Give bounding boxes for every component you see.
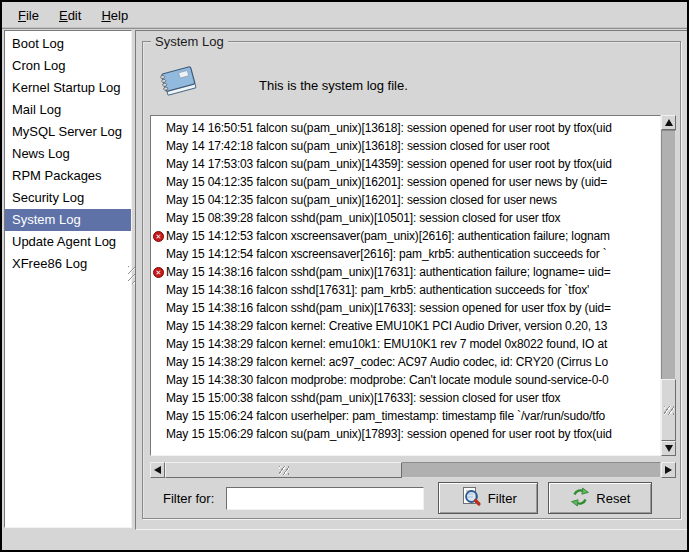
scroll-left-button[interactable] xyxy=(150,462,165,478)
filter-label: Filter for: xyxy=(163,491,214,506)
log-text: May 15 08:39:28 falcon sshd(pam_unix)[10… xyxy=(166,211,560,225)
sidebar-item-news-log[interactable]: News Log xyxy=(5,143,131,165)
log-text: May 15 15:06:24 falcon userhelper: pam_t… xyxy=(166,409,605,423)
log-text: May 15 14:38:16 falcon sshd(pam_unix)[17… xyxy=(166,265,611,279)
frame-title: System Log xyxy=(151,34,228,49)
system-log-viewer-window: File Edit Help Boot LogCron LogKernel St… xyxy=(0,0,689,552)
pane-resize-grip[interactable] xyxy=(128,266,135,284)
menu-edit[interactable]: Edit xyxy=(49,4,91,27)
sidebar-item-cron-log[interactable]: Cron Log xyxy=(5,55,131,77)
vertical-scrollbar-thumb[interactable] xyxy=(661,379,676,441)
log-row[interactable]: ✕May 15 14:38:29 falcon kernel: emu10k1:… xyxy=(151,335,660,353)
sidebar-item-xfree86-log[interactable]: XFree86 Log xyxy=(5,253,131,275)
arrow-left-icon xyxy=(154,466,161,474)
log-text: May 15 14:38:16 falcon sshd(pam_unix)[17… xyxy=(166,301,611,315)
log-row[interactable]: ✕May 15 08:39:28 falcon sshd(pam_unix)[1… xyxy=(151,209,660,227)
vertical-scrollbar[interactable] xyxy=(661,115,676,456)
log-row[interactable]: ✕May 15 15:00:38 falcon sshd(pam_unix)[1… xyxy=(151,389,660,407)
log-description: This is the system log file. xyxy=(259,78,408,93)
log-row[interactable]: ✕May 15 14:38:30 falcon modprobe: modpro… xyxy=(151,371,660,389)
sidebar-item-mail-log[interactable]: Mail Log xyxy=(5,99,131,121)
log-row[interactable]: ✕May 15 04:12:35 falcon su(pam_unix)[162… xyxy=(151,191,660,209)
log-text: May 15 14:12:54 falcon xscreensaver[2616… xyxy=(166,247,607,261)
log-text: May 14 17:53:03 falcon su(pam_unix)[1435… xyxy=(166,157,612,171)
log-list-area: ✕May 14 16:50:51 falcon su(pam_unix)[136… xyxy=(150,115,676,456)
log-row[interactable]: ✕May 14 17:53:03 falcon su(pam_unix)[143… xyxy=(151,155,660,173)
log-row[interactable]: ✕May 15 14:38:16 falcon sshd(pam_unix)[1… xyxy=(151,263,660,281)
error-icon: ✕ xyxy=(153,267,164,278)
log-text: May 15 04:12:35 falcon su(pam_unix)[1620… xyxy=(166,175,607,189)
sidebar-item-system-log[interactable]: System Log xyxy=(5,209,131,231)
log-text: May 14 17:42:18 falcon su(pam_unix)[1361… xyxy=(166,139,549,153)
thumb-grip-icon xyxy=(664,406,674,415)
log-book-icon xyxy=(157,60,201,104)
search-icon xyxy=(460,486,482,511)
reset-button-label: Reset xyxy=(596,491,630,506)
filter-input[interactable] xyxy=(226,487,424,510)
horizontal-scrollbar[interactable] xyxy=(150,462,676,478)
log-text: May 15 14:38:29 falcon kernel: emu10k1: … xyxy=(166,337,607,351)
system-log-frame: System Log Thi xyxy=(142,41,681,519)
arrow-down-icon xyxy=(665,445,673,452)
sidebar-item-update-agent-log[interactable]: Update Agent Log xyxy=(5,231,131,253)
log-row[interactable]: ✕May 15 14:12:53 falcon xscreensaver(pam… xyxy=(151,227,660,245)
log-row[interactable]: ✕May 15 14:38:29 falcon kernel: Creative… xyxy=(151,317,660,335)
log-text: May 15 14:38:29 falcon kernel: Creative … xyxy=(166,319,607,333)
sidebar-item-security-log[interactable]: Security Log xyxy=(5,187,131,209)
log-text: May 15 15:06:29 falcon su(pam_unix)[1789… xyxy=(166,427,612,441)
log-row[interactable]: ✕May 15 04:12:35 falcon su(pam_unix)[162… xyxy=(151,173,660,191)
horizontal-scrollbar-thumb[interactable] xyxy=(165,462,402,478)
log-row[interactable]: ✕May 15 15:06:24 falcon userhelper: pam_… xyxy=(151,407,660,425)
log-row[interactable]: ✕May 15 15:06:29 falcon su(pam_unix)[178… xyxy=(151,425,660,443)
scroll-up-button[interactable] xyxy=(661,115,676,130)
error-icon: ✕ xyxy=(153,231,164,242)
sidebar-item-boot-log[interactable]: Boot Log xyxy=(5,33,131,55)
log-row[interactable]: ✕May 14 16:50:51 falcon su(pam_unix)[136… xyxy=(151,119,660,137)
sidebar-item-mysql-server-log[interactable]: MySQL Server Log xyxy=(5,121,131,143)
log-list: ✕May 14 16:50:51 falcon su(pam_unix)[136… xyxy=(150,115,661,456)
menu-file[interactable]: File xyxy=(8,4,49,27)
scroll-right-button[interactable] xyxy=(661,462,676,478)
arrow-right-icon xyxy=(665,466,672,474)
log-type-sidebar: Boot LogCron LogKernel Startup LogMail L… xyxy=(4,30,132,528)
scroll-down-button[interactable] xyxy=(661,441,676,456)
log-text: May 14 16:50:51 falcon su(pam_unix)[1361… xyxy=(166,121,612,135)
log-text: May 15 04:12:35 falcon su(pam_unix)[1620… xyxy=(166,193,557,207)
filter-button-label: Filter xyxy=(488,491,517,506)
arrow-up-icon xyxy=(665,119,673,126)
log-text: May 15 14:38:16 falcon sshd[17631]: pam_… xyxy=(166,283,589,297)
sidebar-item-rpm-packages[interactable]: RPM Packages xyxy=(5,165,131,187)
filter-button[interactable]: Filter xyxy=(438,482,538,514)
log-row[interactable]: ✕May 14 17:42:18 falcon su(pam_unix)[136… xyxy=(151,137,660,155)
thumb-grip-icon xyxy=(279,466,289,475)
sidebar-item-kernel-startup-log[interactable]: Kernel Startup Log xyxy=(5,77,131,99)
log-row[interactable]: ✕May 15 14:38:16 falcon sshd[17631]: pam… xyxy=(151,281,660,299)
log-row[interactable]: ✕May 15 14:38:16 falcon sshd(pam_unix)[1… xyxy=(151,299,660,317)
menu-help[interactable]: Help xyxy=(91,4,138,27)
log-row[interactable]: ✕May 15 14:12:54 falcon xscreensaver[261… xyxy=(151,245,660,263)
reset-button[interactable]: Reset xyxy=(548,482,652,514)
main-panel: System Log Thi xyxy=(135,30,688,530)
filter-row: Filter for: Filter xyxy=(143,480,680,516)
log-text: May 15 14:12:53 falcon xscreensaver(pam_… xyxy=(166,229,610,243)
menu-bar: File Edit Help xyxy=(2,2,687,29)
status-bar xyxy=(2,530,687,550)
reset-icon xyxy=(570,487,590,510)
log-text: May 15 14:38:30 falcon modprobe: modprob… xyxy=(166,373,609,387)
log-row[interactable]: ✕May 15 14:38:29 falcon kernel: ac97_cod… xyxy=(151,353,660,371)
log-text: May 15 15:00:38 falcon sshd(pam_unix)[17… xyxy=(166,391,560,405)
log-text: May 15 14:38:29 falcon kernel: ac97_code… xyxy=(166,355,608,369)
